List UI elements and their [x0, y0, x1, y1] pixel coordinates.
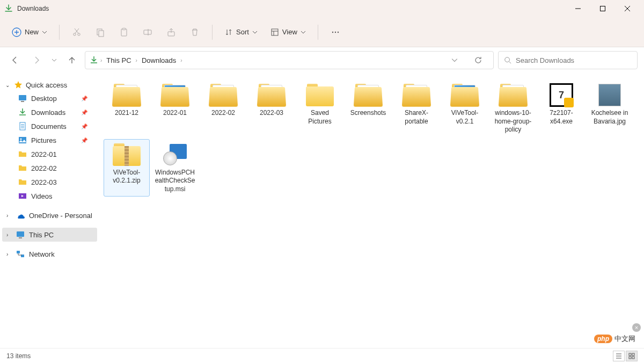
star-icon — [14, 81, 23, 89]
file-item[interactable]: Screenshots — [345, 79, 391, 137]
new-label: New — [25, 28, 39, 36]
chevron-right-icon: › — [136, 57, 137, 63]
chevron-down-icon: ⌄ — [5, 82, 11, 88]
file-item[interactable]: windows-10-home-group-policy — [490, 79, 536, 137]
file-icon — [304, 82, 336, 108]
chevron-right-icon: › — [6, 232, 12, 238]
details-view-button[interactable] — [613, 351, 625, 361]
file-item[interactable]: Saved Pictures — [297, 79, 343, 137]
minimize-button[interactable] — [566, 0, 590, 17]
file-item[interactable]: 2022-01 — [152, 79, 198, 137]
sort-label: Sort — [236, 28, 249, 36]
file-item[interactable]: 2022-02 — [200, 79, 246, 137]
main: ⌄ Quick access Desktop📌Downloads📌Documen… — [0, 73, 644, 348]
file-label: 7z2107-x64.exe — [541, 109, 582, 126]
file-item[interactable]: ShareX-portable — [393, 79, 440, 137]
breadcrumb-this-pc[interactable]: This PC — [104, 54, 133, 67]
svg-point-11 — [332, 31, 333, 32]
pc-icon — [16, 230, 25, 239]
pictures-icon — [18, 136, 27, 144]
sort-icon — [224, 28, 233, 37]
chevron-down-icon — [301, 30, 306, 35]
forward-button[interactable] — [28, 52, 45, 69]
desktop-icon — [18, 94, 27, 103]
address-dropdown-button[interactable] — [446, 52, 463, 69]
rename-button[interactable] — [137, 21, 158, 43]
quick-access-label: Quick access — [26, 81, 67, 89]
search-box[interactable] — [498, 51, 638, 69]
svg-point-12 — [335, 31, 336, 32]
more-button[interactable] — [325, 21, 346, 43]
svg-point-13 — [338, 31, 339, 32]
svg-point-19 — [20, 139, 22, 140]
window-title: Downloads — [17, 5, 49, 12]
svg-rect-26 — [632, 353, 634, 355]
breadcrumb-downloads[interactable]: Downloads — [140, 54, 178, 67]
search-input[interactable] — [516, 56, 632, 64]
svg-rect-10 — [272, 29, 278, 35]
quick-access-header[interactable]: ⌄ Quick access — [2, 78, 97, 91]
sidebar-item[interactable]: Videos — [2, 189, 97, 203]
sidebar-item[interactable]: Documents📌 — [2, 119, 97, 133]
file-item[interactable]: WindowsPCHealthCheckSetup.msi — [152, 139, 198, 197]
back-button[interactable] — [6, 52, 24, 69]
close-watermark-button[interactable]: × — [632, 323, 641, 332]
sidebar-item[interactable]: Downloads📌 — [2, 105, 97, 119]
share-button[interactable] — [160, 21, 182, 43]
refresh-button[interactable] — [470, 52, 487, 69]
sidebar-item[interactable]: 2022-02 — [2, 161, 97, 175]
copy-button[interactable] — [90, 21, 111, 43]
sidebar-item[interactable]: 2022-01 — [2, 147, 97, 161]
file-item[interactable]: 2021-12 — [104, 79, 150, 137]
file-label: ShareX-portable — [396, 109, 437, 126]
file-item[interactable]: 77z2107-x64.exe — [538, 79, 584, 137]
file-item[interactable]: Kochelsee in Bavaria.jpg — [587, 79, 633, 137]
svg-point-3 — [78, 33, 80, 35]
svg-rect-0 — [601, 6, 605, 11]
chevron-down-icon — [252, 30, 258, 35]
delete-button[interactable] — [184, 21, 206, 43]
new-button[interactable]: New — [6, 24, 53, 40]
videos-icon — [18, 192, 27, 200]
file-pane[interactable]: 2021-122022-012022-022022-03Saved Pictur… — [99, 73, 644, 348]
address-bar[interactable]: › This PC › Downloads › — [85, 51, 494, 69]
cut-button[interactable] — [66, 21, 87, 43]
toolbar: New Sort View — [0, 17, 644, 47]
file-label: windows-10-home-group-policy — [493, 109, 533, 134]
pin-icon: 📌 — [81, 96, 87, 101]
file-label: 2022-02 — [211, 109, 235, 118]
file-item[interactable]: ViVeTool-v0.2.1.zip — [104, 139, 150, 197]
maximize-button[interactable] — [590, 0, 615, 17]
file-icon — [159, 142, 191, 168]
svg-point-2 — [74, 33, 76, 35]
view-icon — [270, 28, 279, 37]
sidebar-item[interactable]: Desktop📌 — [2, 91, 97, 105]
sort-button[interactable]: Sort — [219, 25, 263, 40]
up-button[interactable] — [63, 52, 80, 69]
svg-rect-8 — [144, 30, 151, 34]
downloads-icon — [4, 4, 13, 13]
sidebar-item[interactable]: 2022-03 — [2, 175, 97, 189]
svg-rect-7 — [122, 28, 126, 30]
close-button[interactable] — [615, 0, 640, 17]
icons-view-button[interactable] — [626, 351, 638, 361]
view-toggle — [613, 351, 638, 361]
file-icon — [449, 82, 481, 108]
sidebar-onedrive[interactable]: › OneDrive - Personal — [2, 208, 97, 222]
sidebar-this-pc[interactable]: › This PC — [2, 228, 97, 242]
file-item[interactable]: ViVeTool-v0.2.1 — [442, 79, 488, 137]
paste-button[interactable] — [113, 21, 135, 43]
svg-rect-28 — [632, 357, 634, 359]
sidebar-network[interactable]: › Network — [2, 247, 97, 261]
view-button[interactable]: View — [265, 25, 311, 40]
file-item[interactable]: 2022-03 — [248, 79, 295, 137]
folder-icon — [18, 150, 27, 158]
file-icon — [497, 82, 529, 108]
sidebar-item[interactable]: Pictures📌 — [2, 133, 97, 147]
documents-icon — [18, 122, 27, 130]
pin-icon: 📌 — [81, 137, 87, 143]
separator — [59, 25, 60, 40]
navbar: › This PC › Downloads › — [0, 47, 644, 73]
network-icon — [16, 250, 25, 258]
recent-button[interactable] — [49, 52, 59, 69]
